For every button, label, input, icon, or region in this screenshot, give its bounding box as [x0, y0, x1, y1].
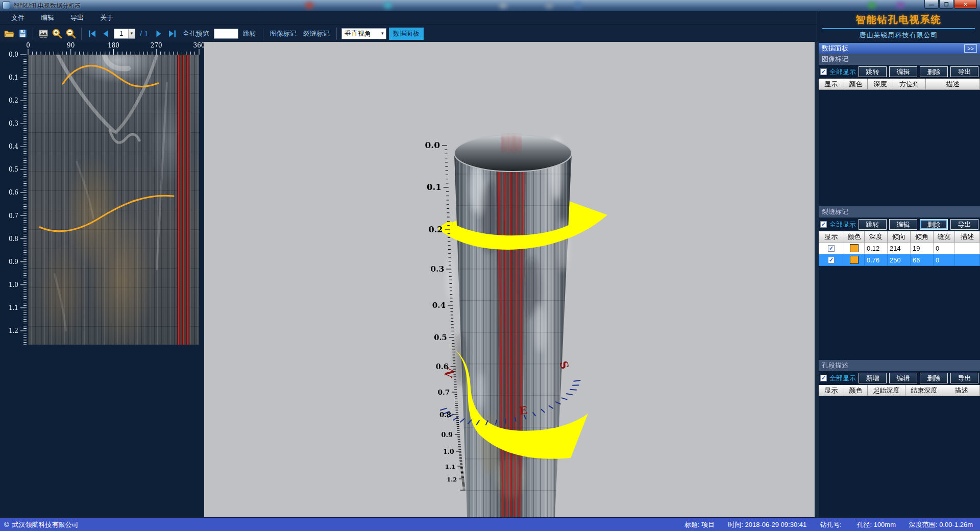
column-header[interactable]: 结束深度	[905, 385, 943, 396]
column-header[interactable]: 显示	[819, 385, 844, 396]
column-header[interactable]: 方位角	[893, 79, 926, 90]
compass-east-label: E	[519, 403, 528, 417]
table-row[interactable]: ✓0.12214190	[819, 243, 980, 254]
crack_marks-edit-button[interactable]: 编辑	[889, 219, 917, 230]
show-all-checkbox[interactable]: ✓	[820, 375, 827, 381]
menu-item-导出[interactable]: 导出	[64, 12, 90, 24]
crack_marks-jump-button[interactable]: 跳转	[859, 219, 887, 230]
svg-text:0.0: 0.0	[9, 51, 18, 58]
cell-value: 250	[888, 254, 911, 266]
image_marks-jump-button[interactable]: 跳转	[859, 66, 887, 77]
prev-page-button[interactable]	[100, 28, 111, 39]
open-file-button[interactable]	[3, 28, 14, 39]
status-info: 标题: 项目时间: 2018-06-29 09:30:41钻孔号: 孔径: 10…	[684, 520, 976, 529]
hole_sections-delete-button[interactable]: 删除	[920, 373, 948, 383]
taskbar-blur-blob	[868, 2, 876, 9]
data-panel: 数据面板 >> 图像标记✓全部显示跳转编辑删除导出显示颜色深度方位角描述裂缝标记…	[819, 42, 980, 517]
column-header[interactable]: 描述	[926, 79, 980, 90]
zoom-in-button[interactable]	[52, 28, 63, 39]
section-crack_marks: 裂缝标记✓全部显示跳转编辑删除导出显示颜色深度倾向倾角缝宽描述✓0.122141…	[819, 206, 980, 360]
collapse-panel-button[interactable]: >>	[964, 44, 977, 53]
column-header[interactable]: 显示	[819, 79, 844, 90]
save-button[interactable]	[17, 28, 28, 39]
image_marks-export-button[interactable]: 导出	[950, 66, 978, 77]
borehole-image-panel: 0901802703600.00.10.20.30.40.50.60.70.80…	[0, 42, 204, 517]
red-stripes-3d	[496, 163, 526, 517]
color-swatch[interactable]	[850, 256, 859, 264]
svg-text:0.4: 0.4	[9, 143, 18, 150]
taskbar-blur-blob	[499, 2, 507, 9]
menu-item-编辑[interactable]: 编辑	[35, 12, 60, 24]
svg-text:270: 270	[151, 42, 162, 49]
main-area: 0901802703600.00.10.20.30.40.50.60.70.80…	[0, 42, 980, 517]
first-page-button[interactable]	[86, 28, 97, 39]
minimize-button[interactable]: —	[924, 0, 939, 9]
menu-item-关于[interactable]: 关于	[94, 12, 119, 24]
full-preview-button[interactable]: 全孔预览	[183, 29, 209, 38]
svg-text:1.1: 1.1	[445, 463, 456, 470]
taskbar-blur-blob	[574, 2, 582, 9]
next-page-button[interactable]	[153, 28, 164, 39]
data-panel-toggle-button[interactable]: 数据面板	[389, 28, 424, 40]
taskbar-blur-blob	[545, 2, 553, 9]
column-header[interactable]: 描述	[955, 231, 980, 243]
window-title: 智能钻孔电视数据分析器	[13, 2, 81, 10]
open-folder-icon	[4, 28, 14, 39]
show-all-checkbox[interactable]: ✓	[820, 221, 827, 228]
color-swatch[interactable]	[850, 244, 859, 252]
image-adjust-button[interactable]	[38, 28, 49, 39]
svg-text:1.1: 1.1	[9, 304, 18, 311]
column-header[interactable]: 倾向	[888, 231, 911, 243]
column-header[interactable]: 缝宽	[934, 231, 955, 243]
jump-input[interactable]	[214, 29, 238, 39]
menu-bar: 文件编辑导出关于	[0, 11, 817, 25]
copyright-icon: ©	[4, 521, 9, 528]
column-header[interactable]: 深度	[868, 79, 893, 90]
table-row[interactable]: ✓0.76250660	[819, 254, 980, 266]
combo-arrow-icon[interactable]: ▼	[128, 29, 135, 38]
svg-text:1.2: 1.2	[447, 476, 457, 483]
image-mark-button[interactable]: 图像标记	[270, 29, 297, 38]
page-number-value: 1	[114, 30, 128, 37]
hole_sections-export-button[interactable]: 导出	[950, 373, 978, 383]
show-all-checkbox[interactable]: ✓	[820, 68, 827, 75]
svg-text:0.7: 0.7	[9, 212, 18, 220]
row-show-checkbox[interactable]: ✓	[828, 257, 835, 263]
column-header[interactable]: 颜色	[844, 385, 868, 396]
crack_marks-export-button[interactable]: 导出	[950, 219, 978, 230]
section-image_marks: 图像标记✓全部显示跳转编辑删除导出显示颜色深度方位角描述	[819, 54, 980, 206]
jump-button[interactable]: 跳转	[243, 29, 256, 38]
svg-text:0.6: 0.6	[436, 363, 449, 371]
page-number-combo[interactable]: 1 ▼	[114, 29, 135, 39]
column-header[interactable]: 倾角	[911, 231, 934, 243]
taskbar-blur-blob	[384, 2, 392, 9]
column-header[interactable]: 描述	[943, 385, 980, 396]
svg-text:0.9: 0.9	[442, 431, 453, 439]
image_marks-edit-button[interactable]: 编辑	[889, 66, 917, 77]
column-header[interactable]: 起始深度	[868, 385, 905, 396]
show-all-label: 全部显示	[829, 220, 856, 229]
crack-mark-button[interactable]: 裂缝标记	[303, 29, 330, 38]
cell-description	[955, 243, 980, 254]
column-header[interactable]: 颜色	[844, 231, 865, 243]
crack_marks-delete-button[interactable]: 删除	[920, 219, 948, 230]
last-page-button[interactable]	[167, 28, 178, 39]
panel-divider[interactable]	[815, 42, 819, 517]
viewport-3d[interactable]: N E S 0.00.10.20.30.40.50.60.70.80.91.01…	[204, 42, 815, 517]
maximize-button[interactable]: ❐	[939, 0, 953, 9]
taskbar-blur-blob	[305, 2, 313, 9]
menu-item-文件[interactable]: 文件	[5, 12, 31, 24]
hole_sections-edit-button[interactable]: 编辑	[889, 373, 917, 383]
zoom-out-button[interactable]	[65, 28, 77, 39]
view-mode-select[interactable]: 垂直视角 ▼	[341, 28, 386, 39]
hole_sections-add-button[interactable]: 新增	[859, 373, 887, 383]
column-header[interactable]: 颜色	[844, 79, 868, 90]
image_marks-delete-button[interactable]: 删除	[920, 66, 948, 77]
row-show-checkbox[interactable]: ✓	[828, 245, 835, 252]
status-item: 钻孔号:	[820, 520, 843, 529]
cell-value: 0.76	[865, 254, 888, 266]
close-button[interactable]: ✕	[954, 0, 977, 9]
svg-text:0.2: 0.2	[429, 225, 443, 234]
column-header[interactable]: 深度	[865, 231, 888, 243]
column-header[interactable]: 显示	[819, 231, 844, 243]
